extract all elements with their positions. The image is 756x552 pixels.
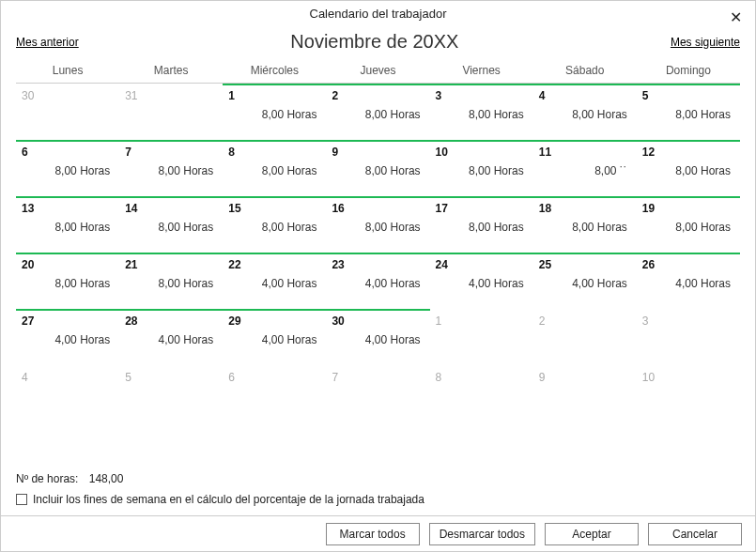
- day-number: 30: [332, 314, 424, 328]
- day-hours: 8,00 Horas: [125, 271, 217, 290]
- day-hours: 4,00 Horas: [22, 328, 114, 346]
- calendar-day-cell[interactable]: 158,00 Horas: [223, 196, 326, 253]
- calendar-day-cell[interactable]: 254,00 Horas: [533, 253, 637, 309]
- day-number: 23: [332, 258, 424, 271]
- day-number: 4: [22, 371, 114, 384]
- day-number: 9: [332, 146, 424, 159]
- day-number: 8: [436, 371, 528, 384]
- calendar-day-cell[interactable]: 6: [223, 365, 326, 422]
- calendar-day-cell[interactable]: 5: [119, 365, 223, 422]
- include-weekends-label: Incluir los fines de semana en el cálcul…: [33, 493, 424, 506]
- unmark-all-button[interactable]: Desmarcar todos: [429, 523, 535, 545]
- calendar-day-cell[interactable]: 2: [533, 309, 637, 365]
- calendar-day-cell[interactable]: 178,00 Horas: [430, 196, 533, 253]
- day-number: 31: [125, 89, 217, 102]
- day-hours: 8,00 Horas: [332, 215, 424, 234]
- day-hours: 8,00 Horas: [436, 102, 528, 121]
- day-hours: 8,00 Horas: [22, 271, 114, 290]
- calendar-day-cell[interactable]: 58,00 Horas: [637, 84, 740, 140]
- calendar-day-cell[interactable]: 4: [16, 365, 119, 422]
- include-weekends-checkbox[interactable]: [16, 494, 27, 505]
- calendar-day-cell[interactable]: 78,00 Horas: [119, 140, 223, 196]
- calendar-day-cell[interactable]: 304,00 Horas: [326, 309, 429, 365]
- weekday-header-cell: Jueves: [326, 60, 429, 84]
- day-number: 16: [332, 202, 424, 215]
- calendar-day-cell[interactable]: 68,00 Horas: [16, 140, 119, 196]
- calendar-day-cell[interactable]: 18,00 Horas: [223, 84, 326, 140]
- day-hours: 4,00 Horas: [436, 271, 528, 290]
- day-number: 7: [332, 371, 424, 384]
- prev-month-link[interactable]: Mes anterior: [16, 36, 79, 49]
- day-number: 28: [125, 314, 217, 328]
- weekday-header: LunesMartesMiércolesJuevesViernesSábadoD…: [1, 60, 755, 84]
- day-hours: 4,00 Horas: [228, 271, 320, 290]
- day-number: 20: [22, 258, 114, 271]
- day-hours: 8,00 Horas: [228, 102, 320, 121]
- day-number: 3: [642, 314, 734, 328]
- day-number: 3: [436, 89, 528, 102]
- day-hours: 8,00 Horas: [332, 159, 424, 177]
- calendar-day-cell[interactable]: 30: [16, 84, 119, 140]
- day-number: 14: [125, 202, 217, 215]
- calendar-day-cell[interactable]: 148,00 Horas: [119, 196, 223, 253]
- mark-all-button[interactable]: Marcar todos: [326, 523, 420, 545]
- cancel-button[interactable]: Cancelar: [648, 523, 742, 545]
- month-title: Noviembre de 20XX: [290, 31, 458, 53]
- calendar-day-cell[interactable]: 10: [637, 365, 740, 422]
- day-number: 18: [539, 202, 631, 215]
- day-number: 10: [436, 146, 528, 159]
- calendar-day-cell[interactable]: 138,00 Horas: [16, 196, 119, 253]
- calendar-day-cell[interactable]: 8: [430, 365, 533, 422]
- day-number: 24: [436, 258, 528, 271]
- calendar-day-cell[interactable]: 168,00 Horas: [326, 196, 429, 253]
- close-icon[interactable]: ✕: [724, 3, 748, 33]
- calendar-day-cell[interactable]: 9: [533, 365, 637, 422]
- calendar-day-cell[interactable]: 208,00 Horas: [16, 253, 119, 309]
- calendar-day-cell[interactable]: 294,00 Horas: [223, 309, 326, 365]
- calendar-day-cell[interactable]: 274,00 Horas: [16, 309, 119, 365]
- calendar-day-cell[interactable]: 88,00 Horas: [223, 140, 326, 196]
- day-number: 6: [228, 371, 320, 384]
- footer: Nº de horas: 148,00 Incluir los fines de…: [16, 472, 740, 506]
- calendar-day-cell[interactable]: 218,00 Horas: [119, 253, 223, 309]
- calendar-day-cell[interactable]: 198,00 Horas: [637, 196, 740, 253]
- calendar-day-cell[interactable]: 31: [119, 84, 223, 140]
- calendar-day-cell[interactable]: 234,00 Horas: [326, 253, 429, 309]
- calendar-day-cell[interactable]: 128,00 Horas: [637, 140, 740, 196]
- calendar-day-cell[interactable]: 3: [637, 309, 740, 365]
- day-hours: 4,00 Horas: [125, 328, 217, 346]
- day-hours: 8,00 Horas: [228, 159, 320, 177]
- accept-button[interactable]: Aceptar: [545, 523, 639, 545]
- calendar-grid: 303118,00 Horas28,00 Horas38,00 Horas48,…: [1, 84, 755, 422]
- calendar-day-cell[interactable]: 98,00 Horas: [326, 140, 429, 196]
- calendar-day-cell[interactable]: 244,00 Horas: [430, 253, 533, 309]
- calendar-day-cell[interactable]: 188,00 Horas: [533, 196, 637, 253]
- day-number: 9: [539, 371, 631, 384]
- day-hours: 8,00 Horas: [642, 215, 734, 234]
- calendar-day-cell[interactable]: 118,00 ˙˙: [533, 140, 637, 196]
- day-number: 1: [436, 314, 528, 328]
- calendar-day-cell[interactable]: 224,00 Horas: [223, 253, 326, 309]
- day-number: 2: [332, 89, 424, 102]
- calendar-day-cell[interactable]: 264,00 Horas: [637, 253, 740, 309]
- day-hours: 8,00 Horas: [539, 102, 631, 121]
- calendar-day-cell[interactable]: 7: [326, 365, 429, 422]
- button-bar: Marcar todos Desmarcar todos Aceptar Can…: [1, 515, 755, 551]
- day-number: 26: [642, 258, 734, 271]
- calendar-day-cell[interactable]: 48,00 Horas: [533, 84, 637, 140]
- calendar-day-cell[interactable]: 28,00 Horas: [326, 84, 429, 140]
- window-title: Calendario del trabajador: [310, 7, 447, 21]
- weekday-header-cell: Miércoles: [223, 60, 326, 84]
- calendar-day-cell[interactable]: 38,00 Horas: [430, 84, 533, 140]
- total-hours-label: Nº de horas:: [16, 472, 78, 485]
- day-hours: 4,00 Horas: [332, 328, 424, 346]
- weekday-header-cell: Viernes: [430, 60, 533, 84]
- day-number: 15: [228, 202, 320, 215]
- next-month-link[interactable]: Mes siguiente: [671, 36, 740, 49]
- calendar-day-cell[interactable]: 1: [430, 309, 533, 365]
- day-hours: 8,00 Horas: [642, 159, 734, 177]
- calendar-day-cell[interactable]: 108,00 Horas: [430, 140, 533, 196]
- calendar-day-cell[interactable]: 284,00 Horas: [119, 309, 223, 365]
- weekday-header-cell: Martes: [119, 60, 223, 84]
- day-hours: 4,00 Horas: [228, 328, 320, 346]
